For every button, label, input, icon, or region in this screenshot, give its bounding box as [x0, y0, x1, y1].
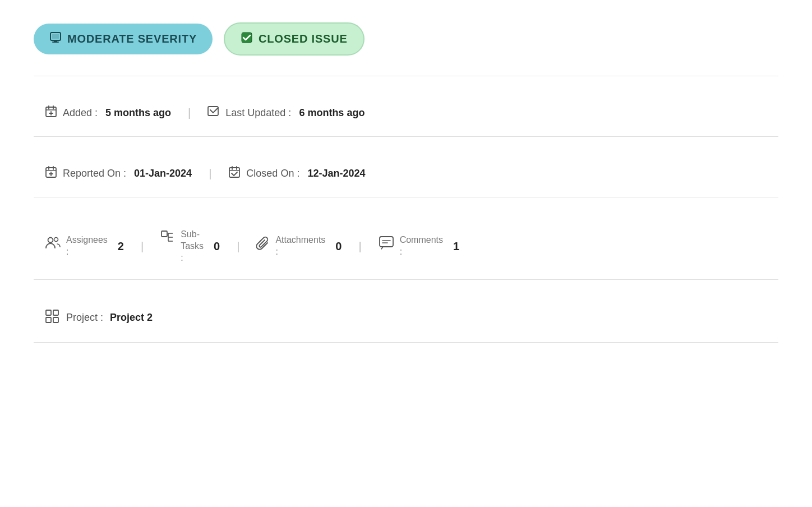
project-value: Project 2: [110, 312, 153, 324]
status-label: CLOSED ISSUE: [259, 33, 348, 45]
reported-icon: [45, 166, 57, 181]
closed-label: Closed On :: [246, 168, 299, 179]
reported-closed-section: Reported On : 01-Jan-2024 | Closed On : …: [34, 153, 778, 197]
status-icon: [241, 31, 253, 47]
reported-closed-row: Reported On : 01-Jan-2024 | Closed On : …: [45, 166, 778, 181]
severity-label: MODERATE SEVERITY: [67, 33, 197, 45]
added-item: Added : 5 months ago: [45, 105, 171, 121]
divider-3: [34, 197, 778, 197]
severity-icon: [49, 31, 62, 47]
comments-stat: Comments : 1: [379, 234, 459, 258]
added-value: 5 months ago: [105, 107, 171, 119]
project-section: Project : Project 2: [34, 296, 778, 342]
divider-1: [34, 76, 778, 76]
svg-rect-18: [229, 168, 239, 177]
assignees-icon: [45, 236, 61, 254]
stat-sep-2: |: [237, 240, 239, 253]
svg-rect-2: [52, 42, 59, 43]
stats-section: Assignees : 2 | Sub- Tasks : 0 |: [34, 213, 778, 279]
updated-icon: [207, 105, 220, 121]
added-icon: [45, 105, 57, 121]
svg-rect-35: [53, 317, 58, 322]
separator-2: |: [209, 167, 211, 180]
closed-value: 12-Jan-2024: [307, 168, 365, 179]
svg-rect-34: [46, 317, 51, 322]
svg-rect-32: [46, 310, 51, 315]
comments-label: Comments :: [400, 234, 443, 258]
svg-rect-3: [52, 34, 59, 39]
divider-4: [34, 279, 778, 280]
svg-point-23: [54, 238, 58, 242]
subtasks-icon: [160, 230, 175, 248]
comments-icon: [379, 236, 394, 254]
added-label: Added :: [63, 107, 98, 119]
updated-label: Last Updated :: [225, 107, 291, 119]
project-label: Project :: [66, 312, 103, 324]
attachments-label: Attachments :: [275, 234, 325, 258]
added-updated-section: Added : 5 months ago | Last Updated : 6 …: [34, 92, 778, 136]
reported-label: Reported On :: [63, 168, 126, 179]
attachments-value: 0: [335, 240, 342, 253]
stat-sep-1: |: [141, 240, 144, 253]
added-updated-row: Added : 5 months ago | Last Updated : 6 …: [45, 105, 778, 121]
closed-item: Closed On : 12-Jan-2024: [228, 166, 365, 181]
attachments-icon: [256, 236, 270, 255]
subtasks-stat: Sub- Tasks : 0: [160, 229, 220, 264]
attachments-stat: Attachments : 0: [256, 234, 342, 258]
svg-point-22: [48, 238, 53, 243]
updated-item: Last Updated : 6 months ago: [207, 105, 365, 121]
comments-value: 1: [453, 240, 459, 253]
svg-rect-33: [53, 310, 58, 315]
svg-rect-11: [208, 107, 218, 116]
severity-badge: MODERATE SEVERITY: [34, 24, 213, 54]
assignees-value: 2: [118, 240, 124, 253]
subtasks-label: Sub- Tasks :: [181, 229, 204, 264]
divider-5: [34, 342, 778, 343]
status-badge: CLOSED ISSUE: [224, 22, 365, 56]
project-icon: [45, 309, 59, 326]
closed-icon: [228, 166, 241, 181]
reported-item: Reported On : 01-Jan-2024: [45, 166, 192, 181]
assignees-label: Assignees :: [66, 234, 108, 258]
subtasks-value: 0: [214, 240, 220, 253]
svg-rect-24: [162, 231, 167, 237]
badges-row: MODERATE SEVERITY CLOSED ISSUE: [34, 22, 778, 56]
svg-rect-1: [54, 40, 57, 42]
reported-value: 01-Jan-2024: [134, 168, 192, 179]
stat-sep-3: |: [358, 240, 361, 253]
separator-1: |: [188, 107, 191, 119]
updated-value: 6 months ago: [299, 107, 365, 119]
assignees-stat: Assignees : 2: [45, 234, 124, 258]
divider-2: [34, 136, 778, 137]
svg-rect-29: [380, 237, 393, 247]
